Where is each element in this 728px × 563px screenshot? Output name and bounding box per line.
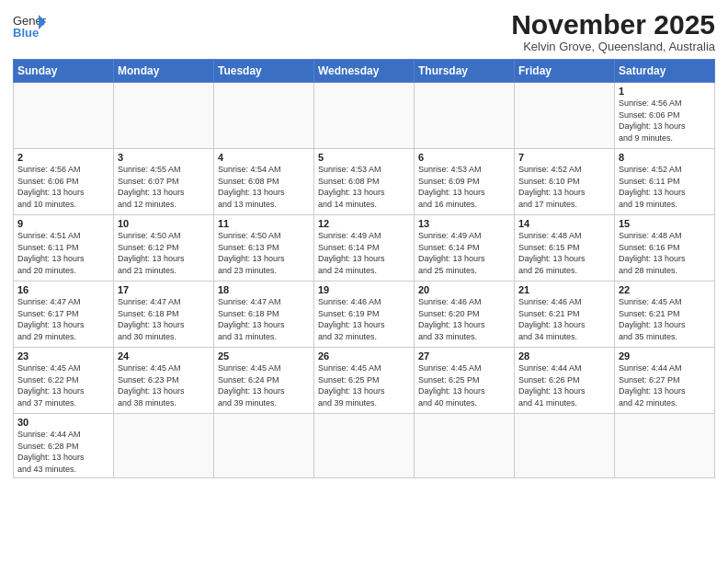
calendar-cell: 20Sunrise: 4:46 AM Sunset: 6:20 PM Dayli…: [415, 282, 515, 348]
day-number: 27: [418, 350, 510, 362]
calendar-cell: 16Sunrise: 4:47 AM Sunset: 6:17 PM Dayli…: [14, 282, 114, 348]
calendar-cell: [14, 83, 114, 149]
calendar-cell: 3Sunrise: 4:55 AM Sunset: 6:07 PM Daylig…: [114, 149, 214, 215]
calendar-cell: [515, 83, 615, 149]
svg-text:Blue: Blue: [13, 26, 39, 39]
week-row-3: 16Sunrise: 4:47 AM Sunset: 6:17 PM Dayli…: [14, 282, 715, 348]
day-number: 13: [418, 218, 510, 229]
day-info: Sunrise: 4:45 AM Sunset: 6:21 PM Dayligh…: [619, 296, 711, 342]
day-info: Sunrise: 4:45 AM Sunset: 6:22 PM Dayligh…: [17, 362, 109, 408]
day-info: Sunrise: 4:47 AM Sunset: 6:18 PM Dayligh…: [218, 296, 310, 342]
day-info: Sunrise: 4:45 AM Sunset: 6:23 PM Dayligh…: [118, 362, 210, 408]
weekday-header-saturday: Saturday: [615, 60, 715, 83]
calendar-cell: 2Sunrise: 4:56 AM Sunset: 6:06 PM Daylig…: [14, 149, 114, 215]
weekday-header-wednesday: Wednesday: [314, 60, 415, 83]
day-info: Sunrise: 4:52 AM Sunset: 6:10 PM Dayligh…: [518, 164, 610, 210]
day-info: Sunrise: 4:52 AM Sunset: 6:11 PM Dayligh…: [619, 164, 711, 210]
day-number: 15: [619, 218, 711, 229]
day-info: Sunrise: 4:46 AM Sunset: 6:20 PM Dayligh…: [418, 296, 510, 342]
day-number: 1: [619, 86, 711, 97]
day-info: Sunrise: 4:56 AM Sunset: 6:06 PM Dayligh…: [619, 98, 711, 144]
calendar-cell: [214, 83, 314, 149]
calendar-page: General Blue November 2025 Kelvin Grove,…: [0, 0, 728, 563]
day-info: Sunrise: 4:45 AM Sunset: 6:25 PM Dayligh…: [318, 362, 410, 408]
calendar-cell: 7Sunrise: 4:52 AM Sunset: 6:10 PM Daylig…: [515, 149, 615, 215]
calendar-cell: 18Sunrise: 4:47 AM Sunset: 6:18 PM Dayli…: [214, 282, 314, 348]
day-info: Sunrise: 4:48 AM Sunset: 6:16 PM Dayligh…: [619, 230, 711, 276]
day-number: 8: [619, 152, 711, 163]
day-number: 22: [619, 284, 711, 295]
calendar-cell: [515, 414, 615, 478]
calendar-cell: 23Sunrise: 4:45 AM Sunset: 6:22 PM Dayli…: [14, 348, 114, 414]
location: Kelvin Grove, Queensland, Australia: [511, 40, 715, 53]
calendar-cell: 1Sunrise: 4:56 AM Sunset: 6:06 PM Daylig…: [615, 83, 715, 149]
calendar-cell: 12Sunrise: 4:49 AM Sunset: 6:14 PM Dayli…: [314, 215, 415, 282]
day-info: Sunrise: 4:44 AM Sunset: 6:27 PM Dayligh…: [619, 362, 711, 408]
calendar-cell: 17Sunrise: 4:47 AM Sunset: 6:18 PM Dayli…: [114, 282, 214, 348]
week-row-2: 9Sunrise: 4:51 AM Sunset: 6:11 PM Daylig…: [14, 215, 715, 282]
calendar-table: SundayMondayTuesdayWednesdayThursdayFrid…: [13, 59, 715, 478]
calendar-cell: [615, 414, 715, 478]
header: General Blue November 2025 Kelvin Grove,…: [13, 9, 715, 53]
day-info: Sunrise: 4:56 AM Sunset: 6:06 PM Dayligh…: [17, 164, 109, 210]
day-number: 7: [518, 152, 610, 163]
calendar-cell: [415, 414, 515, 478]
week-row-0: 1Sunrise: 4:56 AM Sunset: 6:06 PM Daylig…: [14, 83, 715, 149]
day-info: Sunrise: 4:51 AM Sunset: 6:11 PM Dayligh…: [17, 230, 109, 276]
calendar-cell: 6Sunrise: 4:53 AM Sunset: 6:09 PM Daylig…: [415, 149, 515, 215]
calendar-cell: [114, 83, 214, 149]
day-info: Sunrise: 4:49 AM Sunset: 6:14 PM Dayligh…: [318, 230, 410, 276]
title-block: November 2025 Kelvin Grove, Queensland, …: [511, 9, 715, 53]
calendar-cell: 4Sunrise: 4:54 AM Sunset: 6:08 PM Daylig…: [214, 149, 314, 215]
calendar-cell: 21Sunrise: 4:46 AM Sunset: 6:21 PM Dayli…: [515, 282, 615, 348]
calendar-cell: 8Sunrise: 4:52 AM Sunset: 6:11 PM Daylig…: [615, 149, 715, 215]
day-number: 17: [118, 284, 210, 295]
calendar-cell: 15Sunrise: 4:48 AM Sunset: 6:16 PM Dayli…: [615, 215, 715, 282]
weekday-header-sunday: Sunday: [14, 60, 114, 83]
calendar-cell: [314, 414, 415, 478]
calendar-cell: 10Sunrise: 4:50 AM Sunset: 6:12 PM Dayli…: [114, 215, 214, 282]
day-number: 26: [318, 350, 410, 362]
month-title: November 2025: [511, 9, 715, 40]
day-info: Sunrise: 4:48 AM Sunset: 6:15 PM Dayligh…: [518, 230, 610, 276]
week-row-4: 23Sunrise: 4:45 AM Sunset: 6:22 PM Dayli…: [14, 348, 715, 414]
weekday-header-monday: Monday: [114, 60, 214, 83]
day-number: 14: [518, 218, 610, 229]
day-number: 3: [118, 152, 210, 163]
calendar-cell: 11Sunrise: 4:50 AM Sunset: 6:13 PM Dayli…: [214, 215, 314, 282]
calendar-cell: [114, 414, 214, 478]
day-info: Sunrise: 4:45 AM Sunset: 6:25 PM Dayligh…: [418, 362, 510, 408]
weekday-header-row: SundayMondayTuesdayWednesdayThursdayFrid…: [14, 60, 715, 83]
day-info: Sunrise: 4:44 AM Sunset: 6:28 PM Dayligh…: [17, 429, 109, 475]
day-number: 6: [418, 152, 510, 163]
day-number: 25: [218, 350, 310, 362]
weekday-header-tuesday: Tuesday: [214, 60, 314, 83]
day-info: Sunrise: 4:45 AM Sunset: 6:24 PM Dayligh…: [218, 362, 310, 408]
day-number: 19: [318, 284, 410, 295]
weekday-header-friday: Friday: [515, 60, 615, 83]
day-number: 10: [118, 218, 210, 229]
day-number: 30: [17, 417, 109, 428]
calendar-cell: 28Sunrise: 4:44 AM Sunset: 6:26 PM Dayli…: [515, 348, 615, 414]
day-number: 21: [518, 284, 610, 295]
calendar-cell: [214, 414, 314, 478]
day-number: 20: [418, 284, 510, 295]
day-info: Sunrise: 4:50 AM Sunset: 6:13 PM Dayligh…: [218, 230, 310, 276]
day-info: Sunrise: 4:55 AM Sunset: 6:07 PM Dayligh…: [118, 164, 210, 210]
weekday-header-thursday: Thursday: [415, 60, 515, 83]
day-number: 28: [518, 350, 610, 362]
calendar-cell: 9Sunrise: 4:51 AM Sunset: 6:11 PM Daylig…: [14, 215, 114, 282]
day-number: 2: [17, 152, 109, 163]
day-info: Sunrise: 4:47 AM Sunset: 6:17 PM Dayligh…: [17, 296, 109, 342]
day-info: Sunrise: 4:49 AM Sunset: 6:14 PM Dayligh…: [418, 230, 510, 276]
day-info: Sunrise: 4:47 AM Sunset: 6:18 PM Dayligh…: [118, 296, 210, 342]
week-row-5: 30Sunrise: 4:44 AM Sunset: 6:28 PM Dayli…: [14, 414, 715, 478]
day-info: Sunrise: 4:53 AM Sunset: 6:08 PM Dayligh…: [318, 164, 410, 210]
logo: General Blue: [13, 13, 46, 39]
week-row-1: 2Sunrise: 4:56 AM Sunset: 6:06 PM Daylig…: [14, 149, 715, 215]
logo-icon: General Blue: [13, 13, 46, 39]
day-info: Sunrise: 4:46 AM Sunset: 6:21 PM Dayligh…: [518, 296, 610, 342]
calendar-cell: 24Sunrise: 4:45 AM Sunset: 6:23 PM Dayli…: [114, 348, 214, 414]
day-number: 29: [619, 350, 711, 362]
calendar-cell: 14Sunrise: 4:48 AM Sunset: 6:15 PM Dayli…: [515, 215, 615, 282]
